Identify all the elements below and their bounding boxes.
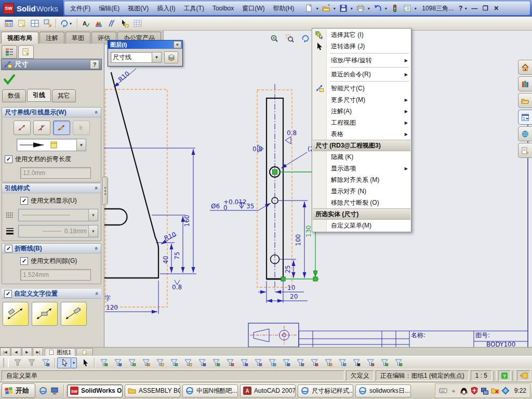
menu-4[interactable]: 工具(T) xyxy=(180,3,208,14)
close-button[interactable]: ✕ xyxy=(491,4,501,12)
new-document-button[interactable]: ▾ xyxy=(303,3,320,14)
combo-dropdown-icon[interactable]: ▼ xyxy=(76,139,86,151)
keyboard-icon[interactable] xyxy=(439,387,448,395)
taskbar-task-1[interactable]: ASSEMBLY BOD... xyxy=(125,384,180,397)
select-note-button[interactable] xyxy=(118,18,131,30)
help-menu[interactable]: ? xyxy=(458,3,463,14)
filter-surface-bodies-icon[interactable] xyxy=(265,357,279,368)
leader-note[interactable] xyxy=(281,152,307,168)
panel-help-button[interactable]: ? xyxy=(90,60,99,69)
tab-other[interactable]: 其它 xyxy=(52,89,76,102)
add-sheet-tab[interactable] xyxy=(76,348,93,356)
arrange-button[interactable] xyxy=(41,18,54,30)
gem-icon[interactable] xyxy=(501,387,510,395)
task-pane-palette-button[interactable] xyxy=(518,110,532,125)
filter-dimensions-icon[interactable] xyxy=(279,357,293,368)
qq-icon[interactable] xyxy=(460,387,469,395)
section-lines-button[interactable] xyxy=(105,18,118,30)
arrows-outside-button[interactable] xyxy=(14,121,31,135)
menu-item-9[interactable]: 注解(A)▶ xyxy=(313,105,410,117)
dim-text-160[interactable]: 160 xyxy=(183,215,191,227)
menu-2[interactable]: 视图(V) xyxy=(124,3,153,14)
filter-hatch-icon[interactable] xyxy=(251,357,265,368)
filter-solids-icon[interactable] xyxy=(139,357,153,368)
filter-weld-icon[interactable] xyxy=(363,357,377,368)
menu-item-11[interactable]: 表格▶ xyxy=(313,128,410,140)
custom-text-checkbox[interactable] xyxy=(4,290,12,298)
layer-combo[interactable]: 尺寸线 ▼ xyxy=(111,52,162,63)
filter-datums-icon[interactable] xyxy=(349,357,363,368)
layer-properties-button[interactable] xyxy=(164,51,178,63)
filter-center-marks-icon[interactable] xyxy=(237,357,251,368)
use-doc-bend-checkbox[interactable] xyxy=(5,155,12,163)
filter-balloons-icon[interactable] xyxy=(335,357,349,368)
filter-origins-icon[interactable] xyxy=(195,357,209,368)
dim-dia6-callout[interactable]: Ø6 +0.012 0 35 xyxy=(211,198,254,211)
toolbar-grip[interactable] xyxy=(3,358,9,367)
help-dropdown-icon[interactable]: ▾ xyxy=(463,6,468,11)
filter-magnify-icon[interactable] xyxy=(293,357,307,368)
dim-text-dia6[interactable]: Ø6 xyxy=(211,203,220,210)
drawing-view-side[interactable]: 100 25 10 20 Ø6 +0.012 0 35 (2 0.8 xyxy=(210,84,319,303)
print-button[interactable]: ▾ xyxy=(355,3,371,14)
drawing-view-front[interactable]: 160 75 40 120 R10 R10 0.8 字 xyxy=(104,69,196,314)
section-header[interactable]: 自定义文字位置« xyxy=(2,289,101,299)
horizontal-scrollbar[interactable] xyxy=(93,348,532,356)
taskbar-task-3[interactable]: AAutoCAD 2007 xyxy=(240,384,296,397)
note-yellow-button[interactable] xyxy=(15,18,28,30)
spellcheck-button[interactable]: A xyxy=(79,18,92,30)
menu-0[interactable]: 文件(F) xyxy=(66,3,95,14)
task-pane-resources-button[interactable] xyxy=(518,76,532,91)
window-new-button[interactable] xyxy=(2,18,15,30)
rebuild-button[interactable] xyxy=(389,3,401,14)
taskbar-task-4[interactable]: 尺寸标记样式... xyxy=(298,384,353,397)
bend-length-input[interactable]: 12.0mm xyxy=(20,167,91,179)
zoom-in-button[interactable] xyxy=(268,32,281,45)
maximize-button[interactable]: ❐ xyxy=(481,4,490,12)
rotate-view-button[interactable] xyxy=(299,32,312,45)
menu-item-8[interactable]: 更多尺寸(M)▶ xyxy=(313,94,410,105)
menu-item-17[interactable]: 移除尺寸断裂 (O) xyxy=(313,197,410,208)
dim-text-r10-fillet[interactable]: R10 xyxy=(163,231,177,242)
filter-notes-icon[interactable] xyxy=(321,357,335,368)
dropdown-icon[interactable]: ▾ xyxy=(332,6,337,11)
task-pane-internet-button[interactable] xyxy=(518,126,532,141)
filter-points-icon[interactable] xyxy=(223,357,237,368)
section-header[interactable]: 引线样式« xyxy=(2,183,101,193)
selection-handle[interactable] xyxy=(314,271,317,274)
command-tab-1[interactable]: 注解 xyxy=(39,32,64,45)
menu-item-3[interactable]: 缩放/平移/旋转▶ xyxy=(313,55,410,66)
dim-text-130[interactable]: 130 xyxy=(305,225,312,237)
sheet-first-button[interactable]: |◀ xyxy=(0,348,10,356)
layer-dialog-close-button[interactable]: × xyxy=(174,41,181,48)
task-pane-document-pencil-button[interactable] xyxy=(518,143,532,158)
menu-item-0[interactable]: 选择其它 (I) xyxy=(313,29,410,41)
dim-text-r10-top[interactable]: R10 xyxy=(117,70,131,83)
tab-value[interactable]: 数值 xyxy=(2,89,26,102)
invert-select-arrow-icon[interactable] xyxy=(78,357,92,368)
tab-property-manager[interactable] xyxy=(18,45,34,59)
dim-text-20[interactable]: 20 xyxy=(290,293,298,300)
menu-6[interactable]: 窗口(W) xyxy=(238,3,269,14)
arrows-inside-button[interactable] xyxy=(33,121,50,135)
menu-item-15[interactable]: 解除对齐关系 (M) xyxy=(313,174,410,185)
dropdown-icon[interactable]: ▾ xyxy=(413,6,418,11)
filter-multiple-icon[interactable] xyxy=(38,357,52,368)
quick-launch-1[interactable] xyxy=(49,384,60,397)
part-geometry-front[interactable] xyxy=(104,73,158,278)
window-grid-button[interactable] xyxy=(28,18,41,30)
menu-item-10[interactable]: 工程视图▶ xyxy=(313,117,410,128)
dim-text-25[interactable]: 25 xyxy=(284,265,291,273)
command-tab-2[interactable]: 草图 xyxy=(65,32,90,45)
filter-vertices-icon[interactable] xyxy=(97,357,111,368)
sheet-tab[interactable]: 图纸1 xyxy=(45,348,75,356)
menu-item-13[interactable]: 隐藏 (K) xyxy=(313,151,410,163)
dim-text-120[interactable]: 120 xyxy=(106,304,118,311)
dropdown-icon[interactable]: ▾ xyxy=(366,6,371,11)
use-doc-display-checkbox[interactable] xyxy=(20,197,28,205)
use-doc-bend-row[interactable]: 使用文档的折弯长度 xyxy=(5,155,98,164)
text-position-left-button[interactable] xyxy=(3,302,29,326)
taskbar-task-2[interactable]: 中国N维酷吧... xyxy=(182,384,238,397)
command-tab-0[interactable]: 视图布局 xyxy=(1,32,38,45)
ok-button[interactable] xyxy=(2,73,17,86)
